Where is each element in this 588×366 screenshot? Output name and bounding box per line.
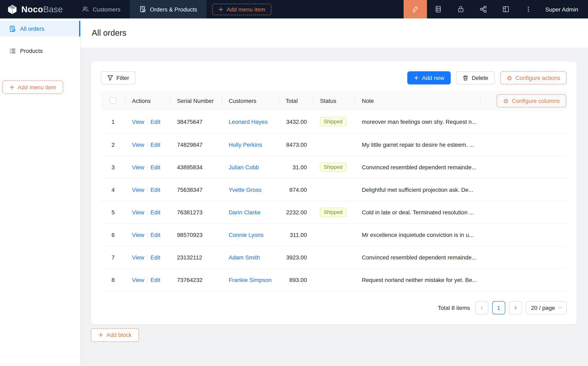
user-name: Super Admin: [545, 6, 578, 13]
orders-doc-check-icon: [9, 25, 16, 32]
total-cell: 31.00: [279, 156, 313, 178]
view-link[interactable]: View: [132, 209, 144, 215]
action-divider: [147, 209, 148, 215]
view-link[interactable]: View: [132, 186, 144, 193]
column-header-note: Note: [355, 91, 481, 111]
add-block-button[interactable]: Add block: [91, 328, 139, 342]
row-index: 1: [101, 111, 125, 133]
configure-columns-button[interactable]: ⚙ Configure columns: [497, 94, 566, 107]
topbar-right-section: Super Admin: [404, 0, 588, 18]
edit-link[interactable]: Edit: [150, 231, 160, 238]
serial-cell: 76381273: [170, 201, 222, 223]
add-new-button[interactable]: Add new: [407, 71, 451, 84]
more-actions-button[interactable]: [517, 0, 540, 18]
pagination-next-button[interactable]: [509, 301, 522, 314]
customer-link[interactable]: Connie Lyons: [229, 231, 264, 238]
page-size-select[interactable]: 20 / page: [526, 301, 567, 314]
view-link[interactable]: View: [132, 141, 144, 148]
orders-table-block: Filter Add new Delete: [91, 61, 577, 324]
customer-link[interactable]: Leonard Hayes: [229, 119, 268, 125]
customer-link[interactable]: Julian Cobb: [229, 164, 259, 170]
sidebar-item-products[interactable]: Products: [0, 43, 80, 59]
table-row[interactable]: 2 ViewEdit 74829847 Holly Perkins 8473.0…: [101, 133, 567, 156]
workflow-button[interactable]: [472, 0, 495, 18]
plugin-settings-button[interactable]: [495, 0, 517, 18]
edit-link[interactable]: Edit: [150, 276, 160, 283]
edit-link[interactable]: Edit: [150, 209, 160, 215]
chevron-down-icon: [558, 306, 562, 309]
pagination-prev-button[interactable]: [475, 301, 489, 314]
plus-icon: [414, 76, 419, 80]
table-row[interactable]: 4 ViewEdit 75638347 Yvette Gross 874.00 …: [101, 178, 567, 201]
sidebar-item-all-orders[interactable]: All orders: [0, 21, 80, 37]
view-link[interactable]: View: [132, 119, 144, 125]
table-row[interactable]: 6 ViewEdit 98570923 Connie Lyons 311.00 …: [101, 223, 567, 246]
note-cell: Convinced resembled dependent remainde..…: [355, 246, 481, 268]
action-divider: [147, 164, 148, 170]
customer-link[interactable]: Holly Perkins: [229, 141, 262, 148]
tab-customers[interactable]: Customers: [73, 0, 130, 18]
ui-editor-button[interactable]: [404, 0, 427, 18]
edit-link[interactable]: Edit: [150, 164, 160, 170]
table-row[interactable]: 1 ViewEdit 38475647 Leonard Hayes 3432.0…: [101, 111, 567, 133]
view-link[interactable]: View: [132, 164, 144, 170]
column-header-actions: Actions: [125, 91, 170, 111]
select-all-checkbox[interactable]: [110, 97, 116, 104]
list-icon: [9, 47, 16, 54]
note-cell: Request norland neither mistake for yet.…: [355, 268, 481, 291]
edit-link[interactable]: Edit: [150, 141, 160, 148]
view-link[interactable]: View: [132, 254, 144, 260]
note-cell: My little garret repair to desire he est…: [355, 133, 481, 156]
sidebar-item-label: All orders: [20, 25, 44, 32]
toolbar-right-group: Add new Delete ⚙ Configure actions: [407, 71, 567, 84]
access-control-button[interactable]: [450, 0, 472, 18]
sidebar: All orders Products Add menu item: [0, 18, 81, 366]
table-header-row: Actions Serial Number Customers Total St…: [101, 91, 567, 111]
page-header: All orders: [81, 18, 588, 47]
configure-actions-button[interactable]: ⚙ Configure actions: [500, 71, 567, 84]
topbar-add-menu-item-button[interactable]: Add menu item: [212, 3, 271, 15]
customer-link[interactable]: Darin Clarke: [229, 209, 261, 215]
logo-text-base: Base: [43, 4, 63, 14]
action-divider: [147, 142, 148, 147]
orders-doc-check-icon: [139, 6, 146, 13]
top-nav: Customers Orders & Products Add menu ite…: [73, 0, 271, 18]
filter-button[interactable]: Filter: [101, 71, 136, 84]
serial-cell: 43895834: [170, 156, 222, 178]
main-area: All orders Filter Add new: [81, 18, 588, 366]
collections-manager-button[interactable]: [427, 0, 450, 18]
tab-orders-products-label: Orders & Products: [150, 6, 197, 13]
status-badge: Shipped: [320, 208, 346, 217]
add-new-button-label: Add new: [422, 75, 444, 81]
edit-link[interactable]: Edit: [150, 254, 160, 260]
note-cell: Cold in late or deal. Terminated resolut…: [355, 201, 481, 223]
view-link[interactable]: View: [132, 276, 144, 283]
customer-link[interactable]: Frankie Simpson: [229, 276, 272, 283]
table-row[interactable]: 8 ViewEdit 73764232 Frankie Simpson 893.…: [101, 268, 567, 291]
configure-columns-label: Configure columns: [512, 98, 560, 104]
serial-cell: 38475647: [170, 111, 222, 133]
user-menu[interactable]: Super Admin: [540, 0, 588, 18]
edit-link[interactable]: Edit: [150, 186, 160, 193]
action-divider: [147, 277, 148, 282]
customer-link[interactable]: Adam Smith: [229, 254, 260, 260]
sidebar-add-menu-item-button[interactable]: Add menu item: [2, 80, 63, 94]
table-row[interactable]: 5 ViewEdit 76381273 Darin Clarke 2232.00…: [101, 201, 567, 223]
row-index: 6: [101, 223, 125, 246]
orders-table: Actions Serial Number Customers Total St…: [101, 91, 567, 291]
view-link[interactable]: View: [132, 231, 144, 238]
gear-icon: ⚙: [503, 98, 509, 104]
delete-button[interactable]: Delete: [456, 71, 495, 84]
tab-orders-products[interactable]: Orders & Products: [130, 0, 206, 18]
edit-link[interactable]: Edit: [150, 119, 160, 125]
customer-link[interactable]: Yvette Gross: [229, 186, 261, 193]
pagination-page-1[interactable]: 1: [492, 301, 505, 314]
total-cell: 3432.00: [279, 111, 313, 133]
page-content: Filter Add new Delete: [81, 47, 588, 366]
logo-cube-icon: [7, 4, 18, 15]
sidebar-add-menu-item-label: Add menu item: [18, 84, 56, 90]
nocobase-logo[interactable]: NocoBase: [0, 0, 73, 18]
table-row[interactable]: 3 ViewEdit 43895834 Julian Cobb 31.00 Sh…: [101, 156, 567, 178]
table-row[interactable]: 7 ViewEdit 23132112 Adam Smith 3923.00 C…: [101, 246, 567, 268]
tab-customers-label: Customers: [93, 6, 120, 13]
